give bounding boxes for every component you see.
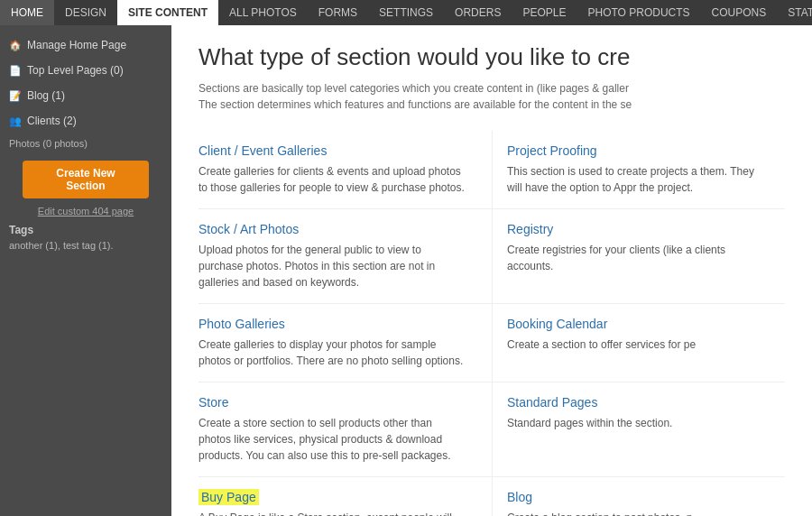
section-title-client-galleries[interactable]: Client / Event Galleries: [198, 143, 465, 158]
section-registry: Registry Create registries for your clie…: [492, 209, 785, 304]
clients-icon: [9, 115, 22, 127]
nav-photo-products[interactable]: PHOTO PRODUCTS: [577, 0, 700, 25]
create-new-section-button[interactable]: Create New Section: [23, 161, 149, 198]
section-title-store[interactable]: Store: [198, 395, 465, 410]
page-title: What type of section would you like to c…: [198, 43, 785, 71]
section-store: Store Create a store section to sell pro…: [198, 382, 492, 477]
main-content: What type of section would you like to c…: [171, 25, 812, 516]
blog-icon: [9, 89, 22, 102]
nav-all-photos[interactable]: ALL PHOTOS: [218, 0, 308, 25]
section-desc-store: Create a store section to sell products …: [198, 415, 465, 464]
nav-coupons[interactable]: COUPONS: [701, 0, 778, 25]
section-desc-photo-galleries: Create galleries to display your photos …: [198, 336, 465, 369]
section-title-standard-pages[interactable]: Standard Pages: [507, 395, 770, 410]
nav-settings[interactable]: SETTINGS: [368, 0, 444, 25]
section-title-buy-page[interactable]: Buy Page: [198, 490, 465, 504]
section-title-project-proofing[interactable]: Project Proofing: [507, 143, 770, 158]
section-desc-booking-calendar: Create a section to offer services for p…: [507, 336, 770, 353]
sidebar-item-blog[interactable]: Blog (1): [0, 83, 171, 108]
buy-page-highlight: Buy Page: [198, 489, 259, 505]
house-icon: [9, 39, 22, 51]
nav-stats[interactable]: STATS: [777, 0, 812, 25]
nav-forms[interactable]: FORMS: [308, 0, 368, 25]
clients-label: Clients (2): [27, 115, 77, 127]
sidebar-tags: Tags another (1), test tag (1).: [0, 217, 171, 258]
section-title-booking-calendar[interactable]: Booking Calendar: [507, 317, 770, 331]
section-booking-calendar: Booking Calendar Create a section to off…: [492, 304, 785, 382]
section-standard-pages: Standard Pages Standard pages within the…: [492, 382, 785, 477]
section-desc-client-galleries: Create galleries for clients & events an…: [198, 163, 465, 196]
nav-design[interactable]: DESIGN: [54, 0, 117, 25]
page-description: Sections are basically top level categor…: [198, 80, 785, 113]
section-buy-page: Buy Page A Buy Page is like a Store sect…: [198, 477, 492, 516]
top-level-label: Top Level Pages (0): [27, 64, 124, 77]
section-title-blog[interactable]: Blog: [507, 490, 770, 504]
nav-site-content[interactable]: SITE CONTENT: [117, 0, 218, 25]
manage-home-label: Manage Home Page: [27, 39, 126, 51]
section-desc-blog: Create a blog section to post photos, n: [507, 510, 770, 516]
section-desc-stock-art: Upload photos for the general public to …: [198, 242, 465, 290]
nav-home[interactable]: HOME: [0, 0, 54, 25]
nav-people[interactable]: PEOPLE: [512, 0, 577, 25]
top-navigation: HOME DESIGN SITE CONTENT ALL PHOTOS FORM…: [0, 0, 812, 25]
section-project-proofing: Project Proofing This section is used to…: [492, 131, 785, 209]
section-desc-registry: Create registries for your clients (like…: [507, 242, 770, 274]
sidebar-item-clients[interactable]: Clients (2): [0, 108, 171, 134]
section-title-stock-art[interactable]: Stock / Art Photos: [198, 222, 465, 236]
sidebar: Manage Home Page Top Level Pages (0) Blo…: [0, 25, 171, 516]
nav-orders[interactable]: ORDERS: [444, 0, 512, 25]
page-icon: [9, 64, 22, 77]
section-title-photo-galleries[interactable]: Photo Galleries: [198, 317, 465, 331]
section-desc-standard-pages: Standard pages within the section.: [507, 415, 770, 431]
sidebar-photos-row: Photos (0 photos): [0, 134, 171, 153]
blog-label: Blog (1): [27, 89, 65, 102]
section-title-registry[interactable]: Registry: [507, 222, 770, 236]
section-desc-project-proofing: This section is used to create projects …: [507, 163, 770, 196]
photos-label: Photos (0 photos): [9, 138, 88, 149]
section-stock-art-photos: Stock / Art Photos Upload photos for the…: [198, 209, 492, 304]
edit-custom-404-link[interactable]: Edit custom 404 page: [0, 206, 171, 217]
sections-grid: Client / Event Galleries Create gallerie…: [198, 131, 785, 516]
section-client-event-galleries: Client / Event Galleries Create gallerie…: [198, 131, 492, 209]
tags-value: another (1), test tag (1).: [9, 240, 162, 251]
section-photo-galleries: Photo Galleries Create galleries to disp…: [198, 304, 492, 382]
sidebar-item-top-level[interactable]: Top Level Pages (0): [0, 58, 171, 83]
section-desc-buy-page: A Buy Page is like a Store section, exce…: [198, 510, 465, 516]
tags-title: Tags: [9, 224, 162, 236]
sidebar-item-manage-home[interactable]: Manage Home Page: [0, 32, 171, 58]
section-blog: Blog Create a blog section to post photo…: [492, 477, 785, 516]
